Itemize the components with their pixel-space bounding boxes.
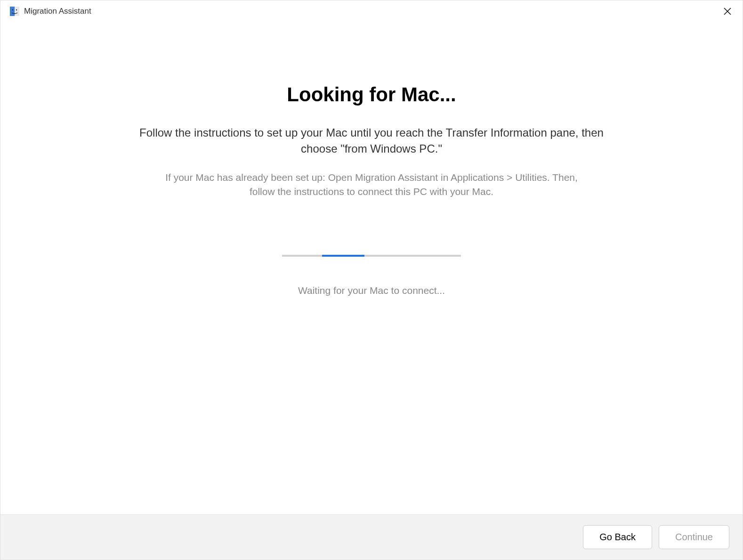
instruction-primary: Follow the instructions to set up your M…	[136, 125, 607, 156]
page-heading: Looking for Mac...	[287, 83, 456, 106]
svg-rect-0	[10, 7, 15, 16]
main-content: Looking for Mac... Follow the instructio…	[0, 22, 743, 514]
progress-indicator	[322, 255, 364, 257]
svg-rect-1	[15, 7, 19, 16]
status-text: Waiting for your Mac to connect...	[298, 285, 445, 296]
svg-point-3	[16, 9, 17, 10]
continue-button[interactable]: Continue	[659, 525, 729, 549]
go-back-button[interactable]: Go Back	[583, 525, 652, 549]
footer: Go Back Continue	[0, 514, 743, 560]
instruction-secondary: If your Mac has already been set up: Ope…	[160, 170, 583, 198]
titlebar-left: Migration Assistant	[10, 7, 91, 16]
migration-assistant-icon	[10, 7, 19, 16]
app-title: Migration Assistant	[24, 7, 91, 16]
svg-point-2	[12, 9, 13, 10]
progress-bar	[282, 255, 461, 257]
close-button[interactable]	[722, 6, 733, 17]
titlebar: Migration Assistant	[0, 0, 743, 22]
